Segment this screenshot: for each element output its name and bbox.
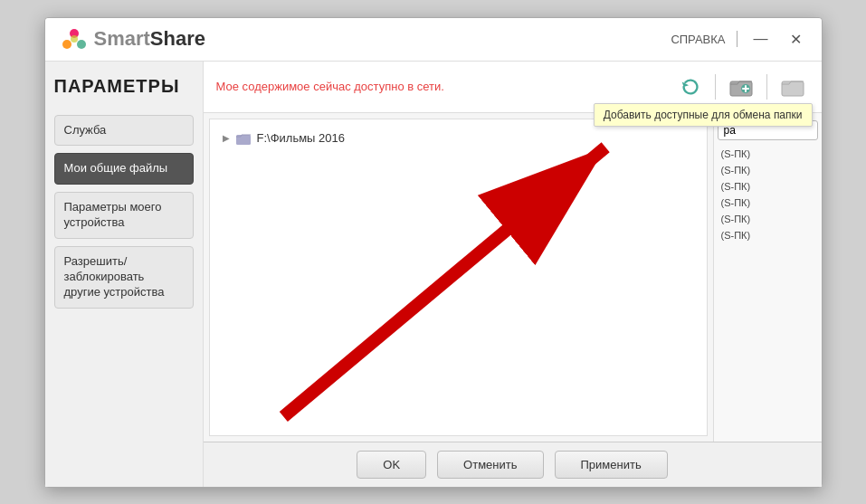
add-folder-button[interactable]: [725, 71, 757, 103]
help-link[interactable]: СПРАВКА: [671, 33, 725, 46]
add-folder-tooltip: Добавить доступные для обмена папки: [594, 103, 813, 127]
refresh-icon: [679, 75, 702, 99]
cancel-button[interactable]: Отменить: [437, 451, 543, 479]
app-title: SmartShare: [94, 27, 206, 51]
close-button[interactable]: ✕: [785, 29, 807, 50]
remove-folder-button[interactable]: [776, 71, 809, 103]
titlebar: SmartShare СПРАВКА — ✕: [45, 18, 822, 62]
device-item[interactable]: (S-ПК): [718, 227, 818, 243]
svg-rect-8: [782, 81, 804, 96]
device-item[interactable]: (S-ПК): [718, 162, 818, 178]
device-item[interactable]: (S-ПК): [718, 146, 818, 162]
device-item[interactable]: (S-ПК): [718, 178, 818, 195]
status-text: Мое содержимое сейчас доступно в сети.: [216, 80, 666, 93]
sidebar-item-service[interactable]: Служба: [54, 115, 194, 147]
toolbar: Мое содержимое сейчас доступно в сети.: [204, 62, 822, 113]
app-logo: SmartShare: [60, 24, 206, 53]
main-window: SmartShare СПРАВКА — ✕ ПАРАМЕТРЫ Служба …: [44, 17, 823, 488]
arrow-overlay: [210, 119, 707, 435]
toolbar-separator-2: [766, 74, 767, 100]
svg-point-3: [71, 35, 78, 43]
remove-folder-icon: [780, 74, 805, 100]
svg-point-1: [62, 40, 71, 49]
device-item[interactable]: (S-ПК): [718, 211, 818, 227]
apply-button[interactable]: Применить: [555, 451, 668, 479]
minimize-button[interactable]: —: [748, 29, 774, 49]
refresh-button[interactable]: [675, 71, 706, 102]
sidebar-title: ПАРАМЕТРЫ: [54, 76, 194, 97]
file-tree: ▶ F:\Фильмы 2016: [209, 119, 708, 436]
sidebar: ПАРАМЕТРЫ Служба Мои общие файлы Парамет…: [45, 62, 204, 487]
sidebar-item-my-files[interactable]: Мои общие файлы: [54, 153, 194, 185]
add-folder-icon: [728, 74, 754, 100]
devices-panel: (S-ПК) (S-ПК) (S-ПК) (S-ПК) (S-ПК) (S-ПК…: [713, 113, 822, 442]
ok-button[interactable]: OK: [357, 451, 426, 479]
tree-item[interactable]: ▶ F:\Фильмы 2016: [217, 127, 699, 150]
svg-point-2: [77, 40, 86, 49]
titlebar-controls: СПРАВКА — ✕: [671, 29, 806, 50]
svg-line-11: [283, 147, 605, 416]
sidebar-item-device-settings[interactable]: Параметры моего устройства: [54, 192, 194, 239]
sidebar-item-allow-block[interactable]: Разрешить/ заблокировать другие устройст…: [54, 246, 194, 309]
tree-arrow: ▶: [223, 133, 230, 143]
toolbar-separator-1: [715, 74, 716, 100]
main-content: ПАРАМЕТРЫ Служба Мои общие файлы Парамет…: [45, 62, 822, 487]
folder-icon: [235, 130, 252, 147]
bottom-bar: OK Отменить Применить: [204, 442, 822, 487]
logo-icon: [60, 24, 89, 53]
folder-label: F:\Фильмы 2016: [257, 131, 345, 145]
titlebar-divider: [737, 31, 738, 47]
device-item[interactable]: (S-ПК): [718, 195, 818, 211]
